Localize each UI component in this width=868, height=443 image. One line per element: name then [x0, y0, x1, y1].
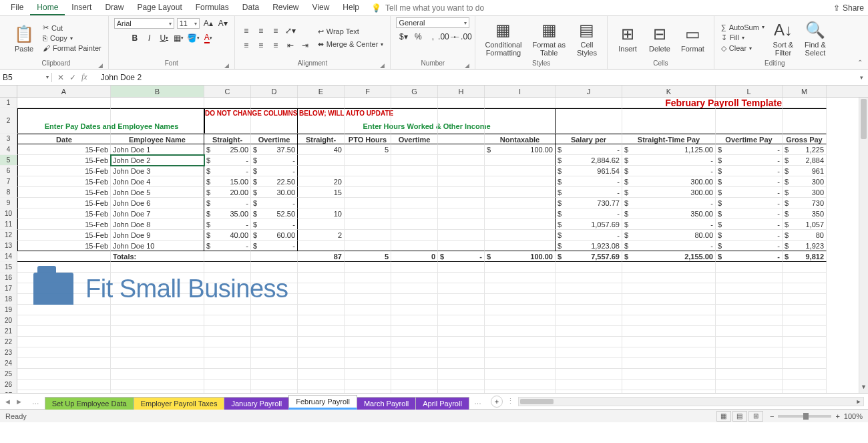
cell-F19[interactable]	[345, 305, 391, 315]
cell-H3[interactable]	[438, 134, 485, 144]
cell-G1[interactable]	[391, 98, 438, 108]
cell-M11[interactable]: $1,057	[783, 219, 827, 230]
cell-A27[interactable]	[17, 390, 111, 393]
increase-decimal-icon[interactable]: .00→	[441, 31, 453, 43]
cell-D23[interactable]	[251, 347, 298, 358]
cell-E8[interactable]: 15	[298, 187, 345, 198]
sheet-tab-set-up-employee-data[interactable]: Set Up Employee Data	[45, 397, 134, 410]
cell-G11[interactable]	[391, 219, 438, 230]
cell-G12[interactable]	[391, 230, 438, 241]
cell-A6[interactable]: 15-Feb	[17, 166, 111, 176]
cell-B11[interactable]: John Doe 8	[111, 219, 204, 230]
cell-K21[interactable]	[622, 326, 716, 337]
comma-icon[interactable]: ,	[427, 31, 439, 43]
cell-B18[interactable]	[111, 294, 204, 305]
cell-H12[interactable]	[438, 230, 485, 241]
cell-G23[interactable]	[391, 347, 438, 358]
cell-I10[interactable]	[485, 208, 556, 219]
cell-F3[interactable]: PTO Hours	[345, 134, 391, 144]
font-launcher[interactable]: ◢	[224, 60, 229, 71]
cell-A26[interactable]	[17, 380, 111, 390]
cell-G4[interactable]	[391, 144, 438, 155]
cell-L27[interactable]	[716, 390, 783, 393]
row-header-8[interactable]: 8	[0, 187, 17, 198]
cell-E9[interactable]	[298, 198, 345, 208]
font-color-button[interactable]: A▾	[202, 32, 214, 44]
cell-C18[interactable]	[204, 294, 251, 305]
cell-B14[interactable]: Totals:	[111, 251, 204, 262]
select-all-corner[interactable]	[0, 86, 17, 97]
cell-I25[interactable]	[485, 369, 556, 380]
cell-K15[interactable]	[622, 262, 716, 273]
cell-C13[interactable]: $-	[204, 241, 251, 251]
zoom-in-icon[interactable]: +	[835, 412, 839, 420]
cell-L21[interactable]	[716, 326, 783, 337]
cell-I1[interactable]	[485, 98, 556, 108]
formula-expand-icon[interactable]: ▾	[855, 74, 868, 81]
cell-A13[interactable]: 15-Feb	[17, 241, 111, 251]
cell-H10[interactable]	[438, 208, 485, 219]
cell-B9[interactable]: John Doe 6	[111, 198, 204, 208]
cell-M15[interactable]	[783, 262, 827, 273]
cell-I21[interactable]	[485, 326, 556, 337]
cell-E3[interactable]: Straight-	[298, 134, 345, 144]
cell-M8[interactable]: $300	[783, 187, 827, 198]
cell-D4[interactable]: $37.50	[251, 144, 298, 155]
cell-D3[interactable]: Overtime	[251, 134, 298, 144]
cell-M14[interactable]: $9,812	[783, 251, 827, 262]
cell-F11[interactable]	[345, 219, 391, 230]
cell-J5[interactable]: $2,884.62	[556, 155, 622, 166]
cell-H25[interactable]	[438, 369, 485, 380]
col-header-J[interactable]: J	[556, 86, 622, 97]
cell-H17[interactable]	[438, 283, 485, 294]
cell-K4[interactable]: $1,125.00	[622, 144, 716, 155]
cell-M10[interactable]: $350	[783, 208, 827, 219]
cell-D7[interactable]: $22.50	[251, 176, 298, 187]
cell-B19[interactable]	[111, 305, 204, 315]
cell-K24[interactable]	[622, 358, 716, 369]
col-header-B[interactable]: B	[111, 86, 204, 97]
align-bottom-icon[interactable]: ≡	[270, 25, 282, 37]
row-header-23[interactable]: 23	[0, 347, 17, 358]
cell-F9[interactable]	[345, 198, 391, 208]
underline-button[interactable]: U▾	[158, 32, 170, 44]
cell-M24[interactable]	[783, 358, 827, 369]
cell-B13[interactable]: John Doe 10	[111, 241, 204, 251]
cell-J17[interactable]	[556, 283, 622, 294]
cell-B15[interactable]	[111, 262, 204, 273]
cell-K11[interactable]: $-	[622, 219, 716, 230]
cell-H27[interactable]	[438, 390, 485, 393]
cell-A3[interactable]: Date	[17, 134, 111, 144]
currency-icon[interactable]: $▾	[397, 31, 409, 43]
cell-L10[interactable]: $-	[716, 208, 783, 219]
cell-B2[interactable]	[111, 108, 204, 134]
cell-B6[interactable]: John Doe 3	[111, 166, 204, 176]
cell-H21[interactable]	[438, 326, 485, 337]
cell-I6[interactable]	[485, 166, 556, 176]
cell-I18[interactable]	[485, 294, 556, 305]
cell-I16[interactable]	[485, 273, 556, 283]
cell-B17[interactable]	[111, 283, 204, 294]
cell-H6[interactable]	[438, 166, 485, 176]
cell-F18[interactable]	[345, 294, 391, 305]
cell-D8[interactable]: $30.00	[251, 187, 298, 198]
name-box[interactable]: B5▾	[0, 73, 52, 82]
cell-L13[interactable]: $-	[716, 241, 783, 251]
cell-C3[interactable]: Straight-	[204, 134, 251, 144]
cell-G8[interactable]	[391, 187, 438, 198]
cell-C16[interactable]	[204, 273, 251, 283]
cell-M22[interactable]	[783, 337, 827, 347]
cell-M25[interactable]	[783, 369, 827, 380]
menu-tab-home[interactable]: Home	[30, 1, 65, 15]
cell-M9[interactable]: $730	[783, 198, 827, 208]
cell-F2[interactable]	[345, 108, 391, 134]
cell-L4[interactable]: $-	[716, 144, 783, 155]
cell-H26[interactable]	[438, 380, 485, 390]
col-header-L[interactable]: L	[716, 86, 783, 97]
cell-F24[interactable]	[345, 358, 391, 369]
cell-D18[interactable]	[251, 294, 298, 305]
share-button[interactable]: ⇪ Share	[833, 3, 864, 13]
row-header-26[interactable]: 26	[0, 380, 17, 390]
cell-L9[interactable]: $-	[716, 198, 783, 208]
cell-J13[interactable]: $1,923.08	[556, 241, 622, 251]
